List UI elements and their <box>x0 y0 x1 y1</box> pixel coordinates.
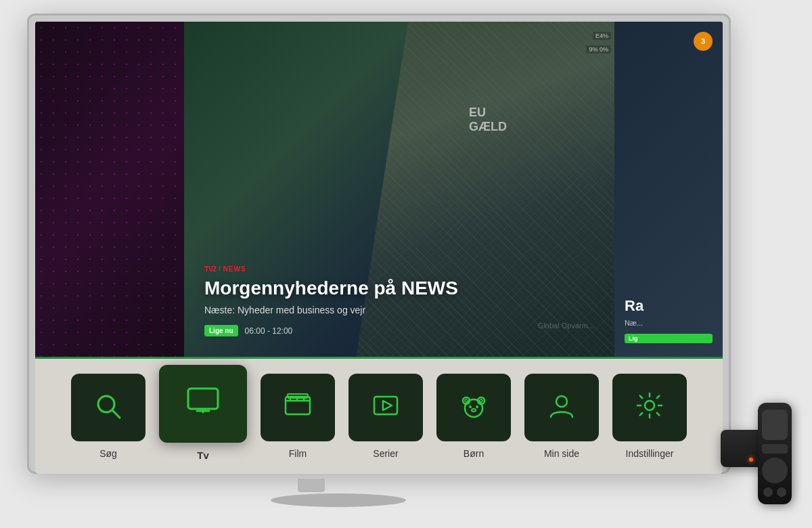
right-card-live: Lig <box>625 334 713 343</box>
remote-touchpad[interactable] <box>762 410 788 440</box>
hero-title: Morgennyhederne på NEWS <box>204 278 458 299</box>
nav-item-indstillinger[interactable]: Indstillinger <box>612 374 687 459</box>
nav-label-indstillinger: Indstillinger <box>626 448 674 459</box>
hero-time: 06:00 - 12:00 <box>245 326 293 336</box>
nav-icon-box-born <box>436 374 511 441</box>
tv-stand <box>271 479 352 516</box>
hero-subtitle: Næste: Nyheder med business og vejr <box>204 305 458 315</box>
nav-label-min-side: Min side <box>544 448 579 459</box>
svg-rect-2 <box>188 389 218 409</box>
hero-left-panel <box>35 22 184 357</box>
svg-point-22 <box>645 401 654 410</box>
nav-item-film[interactable]: Film <box>261 374 335 459</box>
tv-screen: EU GÆLD E4% 9% 0% TV2 / <box>35 22 723 474</box>
right-card-subtitle: Næ... <box>625 319 713 327</box>
hero-watermark: Global Opvarm... <box>538 322 594 330</box>
hero-content: TV2 / NEWS Morgennyhederne på NEWS Næste… <box>204 262 458 336</box>
tv2-logo: TV2 <box>204 265 216 273</box>
chart-label-2: 9% 0% <box>586 45 611 53</box>
remote-menu-button[interactable] <box>762 444 788 454</box>
svg-marker-12 <box>383 401 392 410</box>
chart-label-1: E4% <box>593 32 611 40</box>
hero-badge: TV2 / NEWS <box>204 265 246 273</box>
hero-section: EU GÆLD E4% 9% 0% TV2 / <box>35 22 723 357</box>
nav-label-soeg: Søg <box>99 448 117 459</box>
scene: EU GÆLD E4% 9% 0% TV2 / <box>0 0 812 528</box>
remote-bottom-buttons <box>763 487 786 497</box>
svg-line-1 <box>112 410 120 418</box>
eu-geld-overlay: EU GÆLD <box>469 106 507 135</box>
svg-rect-11 <box>374 397 397 414</box>
tv-frame: EU GÆLD E4% 9% 0% TV2 / <box>27 14 731 474</box>
remote-vol-up[interactable] <box>777 487 786 497</box>
tv-stand-base <box>271 493 406 507</box>
nav-label-born: Børn <box>464 448 484 459</box>
nav-item-serier[interactable]: Serier <box>348 374 423 459</box>
right-card-number: 3 <box>694 32 713 51</box>
nav-icon-box-soeg <box>71 374 145 441</box>
nav-label-tv: Tv <box>197 449 209 461</box>
nav-section: Søg Tv <box>35 359 723 474</box>
nav-item-min-side[interactable]: Min side <box>524 374 599 459</box>
serier-icon <box>371 391 400 424</box>
min-side-icon <box>547 391 576 424</box>
nav-icon-box-film <box>261 374 335 441</box>
born-icon <box>459 391 489 424</box>
hero-main-card[interactable]: EU GÆLD E4% 9% 0% TV2 / <box>184 22 614 357</box>
hero-right-panel: 3 Ra Næ... Lig <box>614 22 723 357</box>
remote <box>758 403 792 504</box>
nav-item-born[interactable]: Børn <box>436 374 511 459</box>
svg-point-16 <box>465 399 468 402</box>
svg-point-21 <box>556 396 567 407</box>
film-icon <box>284 391 312 424</box>
svg-point-19 <box>476 405 478 408</box>
svg-point-18 <box>469 405 472 408</box>
nav-icon-box-tv <box>159 365 247 443</box>
nav-item-soeg[interactable]: Søg <box>71 374 145 459</box>
settings-icon <box>635 391 664 424</box>
hero-chart-area: E4% 9% 0% <box>586 32 611 53</box>
tv-icon <box>186 387 220 421</box>
nav-label-serier: Serier <box>373 448 398 459</box>
tv-stand-neck <box>298 479 325 492</box>
nav-icon-box-min-side <box>524 374 599 441</box>
svg-point-17 <box>480 399 482 402</box>
remote-select-button[interactable] <box>762 458 788 483</box>
hero-meta: Lige nu 06:00 - 12:00 <box>204 325 458 336</box>
hero-dots-bg <box>35 22 184 357</box>
live-badge: Lige nu <box>204 325 238 336</box>
nav-icon-box-serier <box>348 374 423 441</box>
right-card-title: Ra <box>625 297 713 315</box>
appletv-ir-light <box>749 458 753 462</box>
nav-icon-box-indstillinger <box>612 374 687 441</box>
remote-vol-down[interactable] <box>763 487 773 497</box>
nav-item-tv[interactable]: Tv <box>159 372 247 461</box>
nav-label-film: Film <box>289 448 307 459</box>
news-badge: NEWS <box>223 265 246 273</box>
search-icon <box>94 392 122 424</box>
svg-point-20 <box>472 409 476 412</box>
